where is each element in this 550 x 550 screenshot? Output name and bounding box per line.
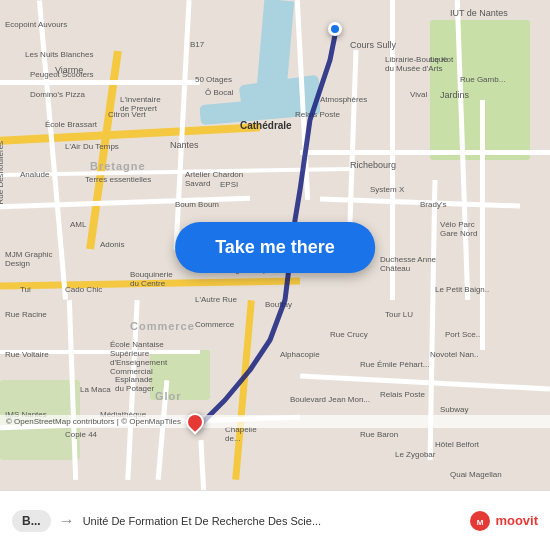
road-5 bbox=[0, 350, 200, 354]
map-container: Nantes Cathédrale Richebourg Bretagne Co… bbox=[0, 0, 550, 490]
destination-pin bbox=[186, 413, 206, 433]
from-section: B... bbox=[12, 510, 51, 532]
green-area-3 bbox=[150, 350, 210, 400]
moovit-icon: M bbox=[469, 510, 491, 532]
road-1 bbox=[0, 80, 200, 85]
map-attribution: © OpenStreetMap contributors | © OpenMap… bbox=[0, 415, 550, 428]
road-9 bbox=[300, 150, 550, 155]
svg-text:M: M bbox=[477, 518, 484, 527]
road-17 bbox=[480, 100, 485, 350]
arrow-icon: → bbox=[59, 512, 75, 530]
from-label[interactable]: B... bbox=[12, 510, 51, 532]
moovit-logo: M moovit bbox=[469, 510, 538, 532]
moovit-text: moovit bbox=[495, 513, 538, 528]
take-me-there-button[interactable]: Take me there bbox=[175, 222, 375, 273]
to-label: Unité De Formation Et De Recherche Des S… bbox=[83, 515, 470, 527]
start-pin bbox=[328, 22, 342, 36]
attribution-text: © OpenStreetMap contributors | © OpenMap… bbox=[6, 417, 181, 426]
bottom-bar: B... → Unité De Formation Et De Recherch… bbox=[0, 490, 550, 550]
